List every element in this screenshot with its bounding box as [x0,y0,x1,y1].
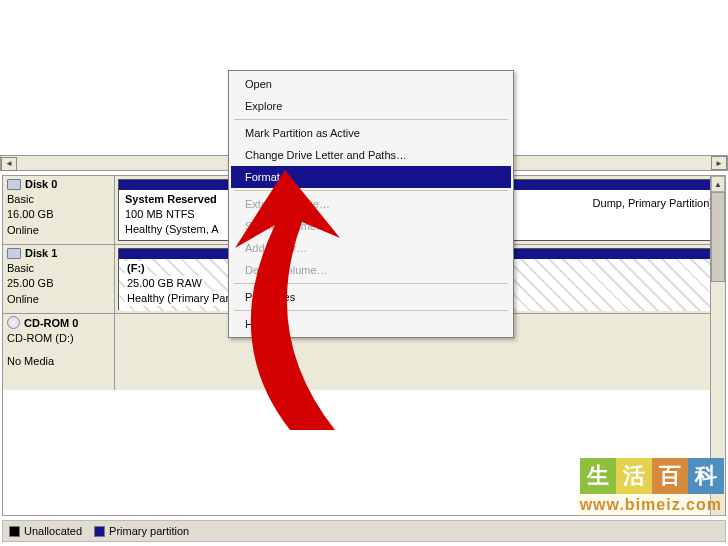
legend-primary: Primary partition [94,525,189,537]
cd-icon [7,316,20,329]
disk-icon [7,248,21,259]
watermark-url: www.bimeiz.com [578,494,724,516]
disk-0-size: 16.00 GB [7,207,110,222]
disk-0-label[interactable]: Disk 0 Basic 16.00 GB Online [3,176,115,244]
cdrom-title: CD-ROM 0 [24,317,78,329]
menu-mark-active[interactable]: Mark Partition as Active [231,122,511,144]
legend-label-primary: Primary partition [109,525,189,537]
cdrom-label[interactable]: CD-ROM 0 CD-ROM (D:) No Media [3,314,115,390]
scroll-right-icon[interactable]: ► [711,156,727,170]
partition-status: Healthy (Primary Par [125,291,231,306]
menu-delete-volume: Delete Volume… [231,259,511,281]
disk-1-kind: Basic [7,261,110,276]
menu-separator [234,119,508,120]
watermark: 生 活 百 科 www.bimeiz.com [578,458,724,516]
menu-add-mirror: Add Mirror… [231,237,511,259]
cdrom-drive-letter: CD-ROM (D:) [7,331,110,346]
disk-0-title: Disk 0 [25,178,57,190]
partition-detail: 25.00 GB RAW [125,276,204,291]
legend-label-unallocated: Unallocated [24,525,82,537]
menu-change-letter[interactable]: Change Drive Letter and Paths… [231,144,511,166]
disk-1-status: Online [7,292,110,307]
partition-right-text: Dump, Primary Partition) [593,196,713,211]
menu-separator [234,310,508,311]
disk-0-kind: Basic [7,192,110,207]
wm-char-1: 生 [580,458,616,494]
legend-swatch-blue [94,526,105,537]
menu-properties[interactable]: Properties [231,286,511,308]
menu-open[interactable]: Open [231,73,511,95]
disk-1-title: Disk 1 [25,247,57,259]
scroll-left-icon[interactable]: ◄ [1,157,17,171]
disk-1-size: 25.00 GB [7,276,110,291]
disk-1-label[interactable]: Disk 1 Basic 25.00 GB Online [3,245,115,313]
legend-unallocated: Unallocated [9,525,82,537]
disk-0-status: Online [7,223,110,238]
menu-extend-volume: Extend Volume… [231,193,511,215]
menu-shrink-volume: Shrink Volume… [231,215,511,237]
scroll-up-icon[interactable]: ▲ [711,176,725,192]
menu-separator [234,283,508,284]
disk-icon [7,179,21,190]
menu-help[interactable]: Help [231,313,511,335]
menu-format[interactable]: Format… [231,166,511,188]
legend-bar: Unallocated Primary partition [2,520,726,542]
menu-explore[interactable]: Explore [231,95,511,117]
context-menu: Open Explore Mark Partition as Active Ch… [228,70,514,338]
wm-char-3: 百 [652,458,688,494]
legend-swatch-black [9,526,20,537]
cdrom-nomedia: No Media [7,354,110,369]
scroll-thumb[interactable] [711,192,725,282]
wm-char-4: 科 [688,458,724,494]
partition-name: (F:) [125,261,147,276]
menu-separator [234,190,508,191]
wm-char-2: 活 [616,458,652,494]
watermark-badge: 生 活 百 科 [580,458,724,494]
